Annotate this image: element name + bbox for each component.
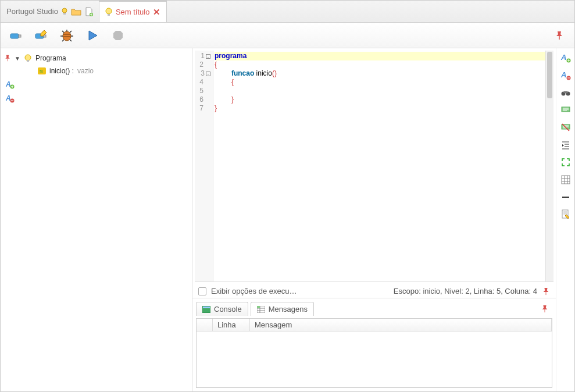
- msg-col-linha[interactable]: Linha: [213, 319, 250, 331]
- svg-rect-19: [203, 307, 210, 308]
- svg-rect-11: [27, 60, 29, 62]
- pin-icon[interactable]: [542, 287, 550, 295]
- table-icon: [257, 306, 265, 313]
- tab-console[interactable]: Console: [196, 302, 248, 316]
- usb-saveas-button[interactable]: [32, 26, 51, 45]
- svg-point-3: [106, 8, 112, 14]
- stop-icon: [112, 29, 124, 42]
- line-number: 2: [199, 60, 203, 69]
- play-icon: [86, 29, 99, 42]
- svg-rect-31: [562, 197, 569, 198]
- tab-sem-titulo[interactable]: Sem título ✕: [99, 1, 167, 22]
- stop-button[interactable]: [109, 26, 127, 45]
- font-increase-button[interactable]: A: [560, 52, 572, 63]
- edit-doc-icon: [561, 209, 570, 220]
- font-plus-icon: A: [560, 52, 571, 63]
- bug-icon: [59, 28, 74, 43]
- console-icon: [202, 306, 210, 313]
- usb-save-button[interactable]: [6, 26, 25, 45]
- usb-icon: [8, 28, 23, 43]
- svg-text:A: A: [5, 94, 11, 102]
- fold-icon[interactable]: -: [206, 72, 210, 76]
- tab-messages[interactable]: Mensagens: [251, 302, 314, 316]
- svg-rect-30: [562, 176, 570, 184]
- line-number: 7: [199, 104, 203, 113]
- pin-toolbar-button[interactable]: [550, 26, 569, 45]
- line-number: 3: [201, 69, 205, 78]
- svg-point-9: [63, 31, 71, 41]
- close-icon[interactable]: ✕: [153, 7, 160, 17]
- comment-button[interactable]: [560, 104, 572, 116]
- tree-child-type: vazio: [77, 67, 94, 75]
- sidebar-tool-1[interactable]: A: [4, 79, 188, 90]
- uncomment-icon: [561, 123, 570, 132]
- pin-icon: [555, 31, 564, 40]
- chevron-down-icon[interactable]: ▼: [15, 55, 20, 62]
- tab-portugol-studio[interactable]: Portugol Studio: [1, 1, 99, 22]
- lightbulb-icon: [24, 54, 32, 62]
- line-number: 5: [199, 87, 203, 95]
- debug-button[interactable]: [58, 26, 76, 45]
- code-token: funcao: [231, 69, 254, 77]
- code-editor[interactable]: 1- 2 3- 4 5 6 7 programa{ funcao inicio(…: [195, 51, 553, 282]
- new-file-icon[interactable]: [85, 7, 93, 16]
- indent-button[interactable]: [560, 139, 572, 151]
- scrollbar[interactable]: [545, 51, 553, 281]
- code-token: }: [231, 95, 234, 104]
- line-number: 6: [199, 95, 203, 104]
- binoculars-icon: [561, 88, 570, 97]
- minimize-marker[interactable]: [560, 191, 572, 203]
- fold-icon[interactable]: -: [206, 54, 210, 59]
- line-number: 1: [201, 52, 205, 60]
- msg-col-icon[interactable]: [197, 319, 213, 331]
- usb-pencil-icon: [34, 28, 49, 43]
- app-window: Portugol Studio Sem título ✕: [0, 0, 575, 392]
- tree-child-row[interactable]: fx inicio() : vazio: [4, 66, 188, 76]
- code-token: programa: [215, 52, 247, 60]
- font-minus-icon: A: [560, 70, 571, 80]
- sidebar-tool-2[interactable]: A: [4, 92, 188, 104]
- right-toolbar: A A: [556, 48, 574, 391]
- grid-icon: [561, 175, 570, 184]
- run-button[interactable]: [83, 26, 102, 45]
- code-token: {: [231, 78, 234, 86]
- exec-options-label: Exibir opções de execu…: [211, 287, 297, 295]
- lightbulb-icon: [105, 8, 112, 17]
- indent-icon: [561, 140, 570, 149]
- svg-text:A: A: [560, 53, 566, 62]
- edit-doc-button[interactable]: [560, 209, 572, 220]
- line-number: 4: [199, 78, 203, 87]
- code-token: {: [215, 60, 217, 69]
- tree-child-label: inicio() :: [49, 67, 74, 75]
- expand-icon: [561, 158, 570, 167]
- expand-button[interactable]: [560, 156, 572, 168]
- exec-options-checkbox[interactable]: [198, 287, 206, 295]
- messages-header: Linha Mensagem: [197, 319, 552, 332]
- svg-rect-4: [108, 14, 110, 16]
- status-bar: Exibir opções de execu… Escopo: inicio, …: [192, 284, 556, 298]
- tabs-row: Portugol Studio Sem título ✕: [1, 1, 574, 23]
- svg-text:A: A: [5, 80, 11, 88]
- bottom-tabs: Console Mensagens: [196, 302, 314, 316]
- svg-rect-6: [19, 35, 21, 37]
- grid-button[interactable]: [560, 174, 572, 186]
- code-token: (): [272, 69, 277, 77]
- search-button[interactable]: [560, 87, 572, 98]
- code-area[interactable]: programa{ funcao inicio() { } }: [213, 51, 553, 281]
- function-icon: fx: [38, 67, 46, 74]
- scope-info: Escopo: inicio, Nivel: 2, Linha: 5, Colu…: [394, 287, 537, 295]
- lightbulb-icon: [62, 8, 67, 16]
- pin-icon[interactable]: [4, 55, 11, 62]
- font-decrease-button[interactable]: A: [560, 69, 572, 81]
- main-toolbar: [1, 23, 574, 48]
- uncomment-button[interactable]: [560, 122, 572, 133]
- code-token: }: [215, 104, 217, 112]
- tree-root-label: Programa: [35, 54, 66, 62]
- center-column: 1- 2 3- 4 5 6 7 programa{ funcao inicio(…: [192, 48, 556, 391]
- msg-col-mensagem[interactable]: Mensagem: [250, 319, 552, 331]
- folder-icon[interactable]: [71, 8, 81, 16]
- pin-icon[interactable]: [541, 305, 549, 313]
- tree-root-row[interactable]: ▼ Programa: [4, 53, 188, 63]
- minus-icon: [561, 195, 570, 199]
- main-area: ▼ Programa fx inicio() : vazio A A 1- 2: [1, 48, 574, 391]
